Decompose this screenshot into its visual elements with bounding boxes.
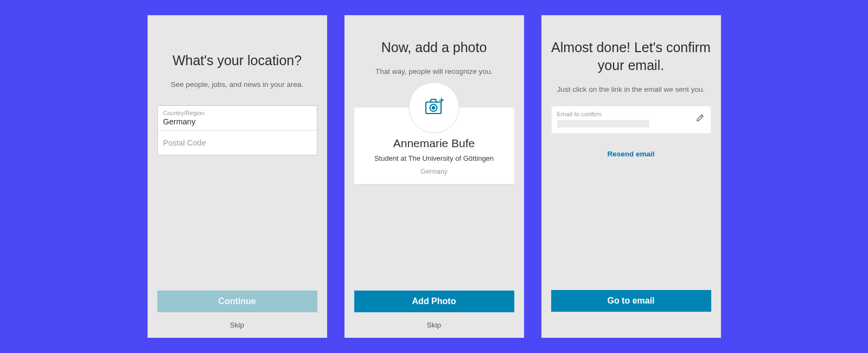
country-region-value: Germany (163, 117, 311, 126)
profile-preview-card: Annemarie Bufe Student at The University… (354, 108, 514, 184)
screen-title: Almost done! Let's confirm your email. (551, 39, 711, 74)
svg-point-2 (432, 106, 435, 109)
country-region-field[interactable]: Country/Region Germany (158, 106, 317, 130)
continue-button-label: Continue (218, 297, 256, 306)
go-to-email-button-label: Go to email (607, 296, 654, 306)
edit-email-button[interactable] (695, 111, 705, 125)
screen-title: Now, add a photo (354, 39, 514, 56)
onboarding-location-screen: What's your location? See people, jobs, … (148, 15, 327, 338)
location-input-stack: Country/Region Germany Postal Code (157, 105, 317, 155)
screen-subtitle: See people, jobs, and news in your area. (157, 79, 317, 90)
add-photo-avatar[interactable] (409, 82, 459, 133)
resend-email-link[interactable]: Resend email (551, 150, 711, 158)
go-to-email-button[interactable]: Go to email (551, 290, 711, 312)
email-value-redacted (557, 120, 649, 128)
profile-role: Student at The University of Göttingen (360, 154, 509, 162)
postal-code-placeholder: Postal Code (163, 138, 311, 147)
email-field-label: Email to confirm (557, 111, 691, 117)
continue-button[interactable]: Continue (157, 291, 317, 312)
email-field-content: Email to confirm (557, 111, 691, 128)
onboarding-confirm-email-screen: Almost done! Let's confirm your email. J… (541, 15, 721, 338)
skip-link[interactable]: Skip (157, 321, 317, 329)
screen-title: What's your location? (157, 52, 317, 70)
screen-subtitle: That way, people will recognize you. (354, 66, 514, 77)
profile-country: Germany (360, 168, 509, 175)
screen-subtitle: Just click on the link in the email we s… (551, 84, 711, 95)
onboarding-photo-screen: Now, add a photo That way, people will r… (344, 15, 524, 338)
postal-code-field[interactable]: Postal Code (158, 130, 317, 155)
skip-link[interactable]: Skip (354, 321, 514, 329)
profile-name: Annemarie Bufe (360, 137, 509, 150)
add-photo-button-label: Add Photo (412, 297, 456, 306)
add-photo-button[interactable]: Add Photo (354, 291, 514, 312)
pencil-icon (695, 115, 705, 124)
camera-plus-icon (423, 96, 445, 119)
email-confirm-field[interactable]: Email to confirm (551, 106, 711, 134)
country-region-label: Country/Region (163, 110, 311, 116)
